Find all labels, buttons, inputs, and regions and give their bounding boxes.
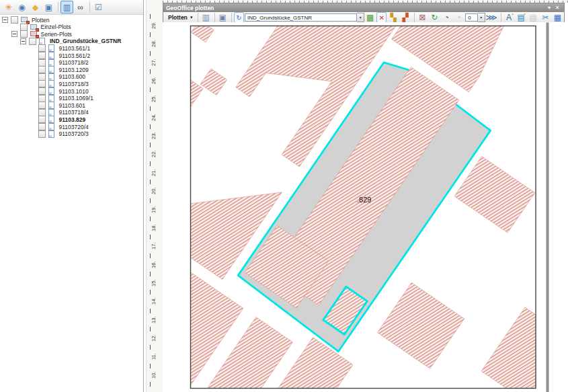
tree-item-label: Plotten bbox=[32, 17, 49, 24]
tree-row[interactable]: Serien-Plots bbox=[11, 30, 72, 38]
tree-checkbox[interactable] bbox=[38, 52, 46, 59]
tree-item-label: 91103.1010 bbox=[59, 88, 89, 95]
document-icon bbox=[39, 38, 47, 45]
tree-checkbox[interactable] bbox=[38, 109, 46, 116]
tree-checkbox[interactable] bbox=[38, 116, 46, 123]
ruler-label: 26. bbox=[151, 77, 157, 84]
binoculars-icon[interactable]: ∞ bbox=[74, 1, 87, 13]
counter-dropdown[interactable]: ▼ bbox=[478, 13, 485, 22]
page-layer-icon[interactable]: ▣ bbox=[42, 1, 55, 13]
series-name-field[interactable]: IND_Grundstücke_GSTNR bbox=[245, 13, 357, 22]
refresh-field-icon[interactable]: ↻ bbox=[234, 12, 244, 23]
tree-item-label: 91103718/2 bbox=[59, 59, 89, 66]
tree-checkbox[interactable] bbox=[38, 95, 46, 102]
tree-expander[interactable] bbox=[2, 17, 8, 23]
tree-expander[interactable] bbox=[20, 38, 26, 44]
ruler-label: 18. bbox=[151, 224, 157, 231]
document-icon bbox=[48, 130, 56, 138]
ruler-label: 21. bbox=[151, 169, 157, 175]
tree-checkbox[interactable] bbox=[20, 30, 28, 38]
globe-layer-icon[interactable]: ◉ bbox=[15, 1, 28, 13]
page-edge-shadow bbox=[546, 23, 549, 392]
ruler-label: 29. bbox=[151, 22, 157, 29]
toolbar-separator bbox=[198, 13, 198, 23]
toolbar-separator bbox=[231, 13, 232, 23]
tree-expander[interactable] bbox=[11, 31, 17, 37]
tree-row[interactable]: Einzel-Plots bbox=[11, 24, 71, 31]
keys-icon[interactable]: ✳ bbox=[2, 1, 15, 13]
tree-row[interactable]: 91103.1010 bbox=[30, 87, 89, 95]
tree-item-label: Serien-Plots bbox=[41, 31, 72, 38]
tree-row[interactable]: 91103718/3 bbox=[30, 80, 89, 87]
tree-row[interactable]: 91103718/4 bbox=[30, 109, 89, 116]
document-icon bbox=[48, 66, 56, 73]
toolbar-separator bbox=[501, 13, 501, 23]
close-button[interactable]: ✕ bbox=[553, 5, 561, 11]
ruler-label: 19. bbox=[151, 206, 157, 212]
checklist-icon[interactable]: ☑ bbox=[92, 1, 105, 13]
tree-row[interactable]: 91103.600 bbox=[30, 73, 86, 81]
document-icon bbox=[48, 109, 56, 116]
tree-checkbox[interactable] bbox=[38, 44, 46, 52]
tree-toolbar: ✳◉◆▣▥∞☑ bbox=[0, 0, 143, 15]
ruler-tick bbox=[150, 290, 151, 295]
layer-icon[interactable]: ◆ bbox=[29, 1, 42, 13]
ruler-label: 14. bbox=[151, 298, 157, 305]
plot-preview-map[interactable]: .829 bbox=[163, 22, 565, 392]
tree-checkbox[interactable] bbox=[38, 87, 46, 95]
tree-checkbox[interactable] bbox=[38, 59, 46, 67]
tree-row[interactable]: 91103.829 bbox=[30, 116, 86, 123]
tree-checkbox[interactable] bbox=[29, 38, 36, 45]
tree-checkbox[interactable] bbox=[38, 123, 46, 130]
tree-checkbox[interactable] bbox=[38, 80, 46, 87]
ruler-tick bbox=[150, 106, 151, 111]
ruler-tick bbox=[150, 217, 151, 221]
plot-icon bbox=[30, 24, 38, 31]
ruler-tick bbox=[150, 180, 151, 184]
ruler-label: 10. bbox=[151, 371, 157, 378]
document-icon bbox=[48, 80, 56, 87]
series-name-dropdown[interactable]: ▼ bbox=[357, 13, 364, 22]
tree-checkbox[interactable] bbox=[38, 102, 46, 109]
counter-field[interactable]: 0 bbox=[465, 13, 478, 22]
plot-tree-panel: ✳◉◆▣▥∞☑ PlottenEinzel-PlotsSerien-PlotsI… bbox=[0, 0, 144, 392]
delete-plot-icon[interactable]: ✕ bbox=[376, 12, 387, 23]
plotten-menu-button[interactable]: Plotten▼ bbox=[166, 14, 196, 21]
tree-row[interactable]: 91103.1209 bbox=[30, 66, 89, 73]
tree-item-label: 91103718/4 bbox=[59, 109, 89, 116]
ruler-tick bbox=[150, 309, 151, 313]
copy-plots-icon[interactable]: ▥ bbox=[60, 1, 73, 13]
tree-checkbox[interactable] bbox=[38, 130, 46, 138]
tree-row[interactable]: 91103720/4 bbox=[30, 123, 89, 130]
ruler-tick bbox=[150, 198, 151, 203]
ruler-label: 28. bbox=[151, 40, 157, 47]
ruler-tick bbox=[150, 327, 151, 331]
ruler-tick bbox=[150, 382, 151, 387]
ruler-label: 27. bbox=[151, 58, 157, 65]
tree-item-label: 91103718/3 bbox=[59, 81, 89, 87]
tree-row[interactable]: 91103.1069/1 bbox=[30, 95, 93, 102]
ruler-tick bbox=[150, 51, 151, 56]
tree-row[interactable]: IND_Grundstücke_GSTNR bbox=[20, 38, 121, 45]
document-icon bbox=[48, 123, 56, 130]
ruler-label: 25. bbox=[151, 95, 157, 102]
tree-row[interactable]: 91103.561/1 bbox=[30, 44, 91, 52]
tree-checkbox[interactable] bbox=[11, 16, 18, 24]
tree-row[interactable]: 91103.561/2 bbox=[30, 52, 91, 59]
window-menu-button[interactable]: ▾ bbox=[545, 5, 553, 11]
tree-row[interactable]: 91103718/2 bbox=[30, 59, 89, 67]
tree-row[interactable]: Plotten bbox=[2, 16, 49, 24]
tree-checkbox[interactable] bbox=[38, 66, 46, 73]
map-canvas[interactable]: .829 bbox=[163, 22, 565, 392]
tree-row[interactable]: 91103720/3 bbox=[30, 130, 89, 138]
window-title: GeoOffice plotten bbox=[166, 5, 545, 11]
tree-row[interactable]: 91103.601 bbox=[30, 102, 86, 109]
ruler-tick bbox=[150, 87, 151, 92]
tree-item-label: 91103.829 bbox=[59, 116, 86, 123]
tree-item-label: Einzel-Plots bbox=[41, 24, 71, 30]
ruler-tick bbox=[150, 345, 151, 350]
document-icon bbox=[48, 44, 56, 52]
tree-checkbox[interactable] bbox=[20, 24, 28, 31]
document-icon bbox=[48, 95, 56, 102]
tree-checkbox[interactable] bbox=[38, 73, 46, 81]
